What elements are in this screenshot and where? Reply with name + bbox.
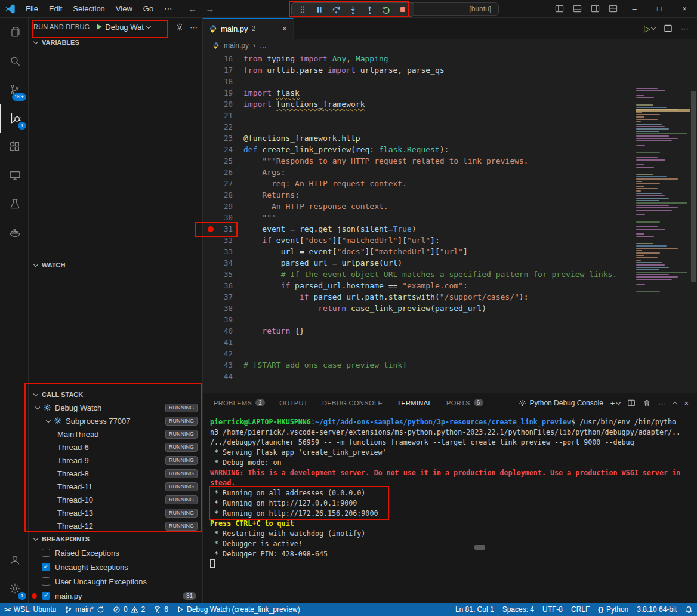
watch-section-header[interactable]: WATCH xyxy=(29,258,202,272)
maximize-panel-icon[interactable] xyxy=(673,401,677,406)
variables-section-header[interactable]: VARIABLES xyxy=(29,36,202,49)
code-line[interactable]: 26 Args: xyxy=(203,167,697,178)
encoding[interactable]: UTF-8 xyxy=(538,603,567,616)
code-line[interactable]: 41 xyxy=(203,337,697,348)
breadcrumb-more[interactable]: … xyxy=(260,41,267,50)
line-number[interactable]: 25 xyxy=(203,155,233,167)
toggle-panel-icon[interactable] xyxy=(568,1,586,17)
call-stack-item[interactable]: Thread-9RUNNING xyxy=(29,454,202,467)
line-number[interactable]: 20 xyxy=(203,98,233,110)
line-number[interactable]: 23 xyxy=(203,133,233,144)
customize-layout-icon[interactable] xyxy=(604,1,622,17)
toolbar-drag-handle[interactable] xyxy=(295,4,310,16)
code-line[interactable]: 16from typing import Any, Mapping xyxy=(203,53,697,64)
line-number[interactable]: 24 xyxy=(203,144,233,155)
activity-remote-explorer-icon[interactable] xyxy=(0,161,28,190)
ports-indicator[interactable]: 6 xyxy=(149,603,172,616)
nav-forward-icon[interactable]: → xyxy=(205,4,214,14)
active-terminal-selector[interactable]: Python Debug Console xyxy=(519,399,603,407)
menu-edit[interactable]: Edit xyxy=(44,2,67,16)
line-number[interactable]: 21 xyxy=(203,110,233,121)
panel-tab-debug-console[interactable]: DEBUG CONSOLE xyxy=(322,393,383,412)
problems-indicator[interactable]: 02 xyxy=(109,603,149,616)
step-out-button[interactable] xyxy=(362,4,377,16)
activity-settings-icon[interactable]: 1 xyxy=(0,574,28,603)
panel-tab-output[interactable]: OUTPUT xyxy=(279,393,308,412)
line-number[interactable]: 35 xyxy=(203,269,233,280)
split-editor-icon[interactable] xyxy=(664,24,673,33)
code-line[interactable]: 44 xyxy=(203,371,697,382)
menu-overflow[interactable]: ⋯ xyxy=(159,4,177,13)
tab-close-icon[interactable]: × xyxy=(282,24,287,33)
debug-config-dropdown[interactable]: Debug Wat xyxy=(105,23,144,32)
close-panel-icon[interactable]: × xyxy=(684,399,689,408)
menu-file[interactable]: File xyxy=(20,2,44,16)
code-line[interactable]: 36 if parsed_url.hostname == "example.co… xyxy=(203,280,697,291)
line-number[interactable]: 41 xyxy=(203,337,233,348)
activity-extensions-icon[interactable] xyxy=(0,133,28,161)
activity-search-icon[interactable] xyxy=(0,47,28,75)
line-number[interactable]: 44 xyxy=(203,371,233,382)
stop-button[interactable] xyxy=(396,4,410,16)
code-editor[interactable]: 16from typing import Any, Mapping17from … xyxy=(203,52,697,393)
sidebar-more-actions[interactable]: ··· xyxy=(190,23,198,32)
terminal-output[interactable]: pierrick@LAPTOP-HKU5PNNG:~/git/add-ons-s… xyxy=(210,417,689,599)
line-number[interactable]: 26 xyxy=(203,167,233,178)
indentation[interactable]: Spaces: 4 xyxy=(498,603,538,616)
step-into-button[interactable] xyxy=(346,4,360,16)
run-python-file-button[interactable]: ▷ xyxy=(644,24,655,33)
line-number[interactable]: 16 xyxy=(203,53,233,64)
toggle-sidebar-icon[interactable] xyxy=(550,1,568,17)
branch-indicator[interactable]: main* xyxy=(60,603,109,616)
call-stack-item[interactable]: MainThreadRUNNING xyxy=(29,427,202,441)
code-line[interactable]: 20import functions_framework xyxy=(203,98,697,110)
breakpoint-item[interactable]: Uncaught Exceptions xyxy=(29,560,202,574)
minimize-button[interactable]: – xyxy=(622,0,647,18)
line-number[interactable]: 30 xyxy=(203,212,233,223)
debug-settings-gear-icon[interactable] xyxy=(175,23,184,32)
call-stack-item[interactable]: Subprocess 77007RUNNING xyxy=(29,414,202,427)
eol[interactable]: CRLF xyxy=(567,603,594,616)
menu-view[interactable]: View xyxy=(110,2,138,16)
line-number[interactable]: 17 xyxy=(203,64,233,76)
debug-indicator[interactable]: Debug Watch (create_link_preview) xyxy=(172,603,304,616)
menu-go[interactable]: Go xyxy=(138,2,159,16)
panel-tab-terminal[interactable]: TERMINAL xyxy=(397,393,432,412)
code-line[interactable]: 37 if parsed_url.path.startswith("/suppo… xyxy=(203,291,697,303)
breakpoint-item[interactable]: User Uncaught Exceptions xyxy=(29,574,202,589)
code-line[interactable]: 24def create_link_preview(req: flask.Req… xyxy=(203,144,697,155)
toggle-secondary-sidebar-icon[interactable] xyxy=(586,1,604,17)
breakpoint-checkbox[interactable] xyxy=(42,577,50,586)
restart-button[interactable] xyxy=(379,4,393,16)
line-number[interactable]: 40 xyxy=(203,325,233,337)
remote-indicator[interactable]: ><WSL: Ubuntu xyxy=(0,603,60,616)
breakpoint-checkbox[interactable] xyxy=(42,592,50,600)
terminal-scrollbar[interactable] xyxy=(474,545,485,550)
line-number[interactable]: 33 xyxy=(203,246,233,257)
activity-testing-icon[interactable] xyxy=(0,190,28,218)
panel-more-actions[interactable]: ··· xyxy=(658,399,666,408)
code-line[interactable]: 21 xyxy=(203,110,697,121)
minimap[interactable] xyxy=(636,88,690,387)
line-number[interactable]: 22 xyxy=(203,121,233,133)
call-stack-item[interactable]: Thread-12RUNNING xyxy=(29,519,202,532)
line-number[interactable]: 19 xyxy=(203,87,233,98)
code-line[interactable]: 30 """ xyxy=(203,212,697,223)
breakpoint-item[interactable]: main.py31 xyxy=(29,589,202,603)
editor-more-actions[interactable]: ··· xyxy=(681,24,689,33)
call-stack-item[interactable]: Thread-10RUNNING xyxy=(29,493,202,506)
code-line[interactable]: 40 return {} xyxy=(203,325,697,337)
call-stack-item[interactable]: Thread-8RUNNING xyxy=(29,467,202,480)
line-number[interactable]: 37 xyxy=(203,291,233,303)
code-line[interactable]: 43# [START add_ons_case_preview_link] xyxy=(203,359,697,371)
line-number[interactable]: 42 xyxy=(203,348,233,359)
line-number[interactable]: 38 xyxy=(203,303,233,314)
line-number[interactable]: 32 xyxy=(203,235,233,246)
breadcrumb-file[interactable]: main.py xyxy=(224,41,249,50)
code-line[interactable]: 42 xyxy=(203,348,697,359)
breakpoint-dot-icon[interactable] xyxy=(208,226,214,232)
menu-selection[interactable]: Selection xyxy=(67,2,110,16)
line-number[interactable]: 27 xyxy=(203,178,233,189)
line-number[interactable]: 36 xyxy=(203,280,233,291)
activity-docker-icon[interactable] xyxy=(0,218,28,247)
